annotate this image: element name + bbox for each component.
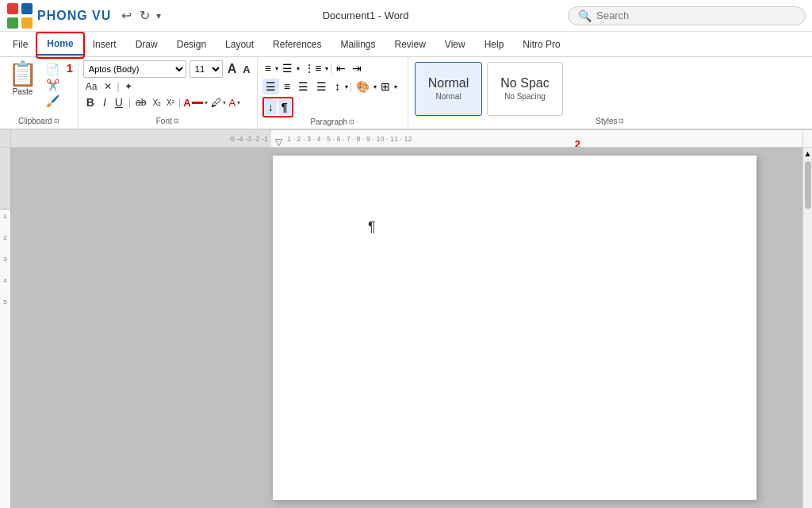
search-icon: 🔍 bbox=[578, 10, 592, 22]
svg-rect-0 bbox=[7, 3, 18, 14]
paste-icon: 📋 bbox=[8, 62, 37, 86]
font-color-dropdown[interactable]: ▾ bbox=[204, 99, 209, 106]
no-space-style-preview: No Spac bbox=[500, 76, 549, 90]
text-shading-dropdown[interactable]: ▾ bbox=[236, 99, 241, 106]
left-gray-area bbox=[11, 156, 273, 500]
highlight-indicator: 🖊 bbox=[211, 97, 221, 109]
annotation-badge-2: 2 bbox=[575, 138, 580, 147]
vertical-scrollbar[interactable]: ▲ bbox=[802, 148, 812, 508]
svg-rect-2 bbox=[7, 17, 18, 29]
paste-label: Paste bbox=[13, 87, 33, 96]
numbering-button[interactable]: ☰ bbox=[280, 60, 295, 76]
paragraph-expand-icon: ⊡ bbox=[349, 118, 354, 125]
increase-indent-button[interactable]: ⇥ bbox=[350, 60, 364, 76]
document-content[interactable]: ¶ bbox=[11, 148, 802, 508]
copy-button[interactable]: 📄 bbox=[44, 62, 62, 76]
multilevel-button[interactable]: ⋮≡ bbox=[301, 60, 324, 76]
ruler-main[interactable]: 1 · 2 · 3 · 4 · 5 · 6 · 7 · 8 · 9 · 10 ·… bbox=[285, 130, 802, 147]
sort-button[interactable]: ↓ bbox=[265, 99, 277, 115]
ruler-left-margin bbox=[0, 130, 11, 147]
paste-button[interactable]: 📋 Paste bbox=[5, 60, 40, 98]
tab-review[interactable]: Review bbox=[385, 34, 435, 55]
logo-icon bbox=[6, 2, 33, 29]
align-right-button[interactable]: ☰ bbox=[295, 79, 312, 94]
doc-title: Document1 - Word bbox=[163, 10, 568, 21]
clipboard-label[interactable]: Clipboard ⊡ bbox=[5, 117, 73, 125]
logo-area: PHONG VU bbox=[6, 2, 111, 29]
svg-rect-1 bbox=[21, 3, 33, 14]
tab-draw[interactable]: Draw bbox=[126, 34, 167, 55]
shading-dropdown[interactable]: ▾ bbox=[373, 83, 377, 90]
normal-style-label: Normal bbox=[435, 92, 461, 101]
tab-nitro[interactable]: Nitro Pro bbox=[513, 34, 569, 55]
no-space-style-label: No Spacing bbox=[504, 92, 546, 101]
line-spacing-button[interactable]: ↕ bbox=[331, 79, 343, 94]
scroll-up-button[interactable]: ▲ bbox=[802, 148, 812, 160]
numbering-dropdown[interactable]: ▾ bbox=[297, 65, 300, 72]
right-gray-area bbox=[756, 156, 802, 500]
tab-file[interactable]: File bbox=[3, 34, 37, 55]
show-marks-button[interactable]: ¶ bbox=[278, 99, 291, 115]
font-label[interactable]: Font ⊡ bbox=[83, 117, 252, 125]
text-cursor: ¶ bbox=[368, 219, 376, 236]
document-page[interactable]: ¶ bbox=[273, 156, 756, 500]
justify-button[interactable]: ☰ bbox=[313, 79, 330, 94]
svg-rect-3 bbox=[21, 17, 33, 29]
undo-button[interactable]: ↩ bbox=[117, 6, 136, 25]
italic-button[interactable]: I bbox=[100, 95, 109, 110]
normal-style-preview: Normal bbox=[428, 76, 469, 90]
tab-design[interactable]: Design bbox=[167, 34, 216, 55]
format-painter-button[interactable]: 🖌️ bbox=[44, 94, 62, 108]
styles-label[interactable]: Styles ⊡ bbox=[415, 117, 806, 125]
case-button[interactable]: Aa bbox=[83, 80, 100, 93]
font-shrink-button[interactable]: A bbox=[241, 64, 251, 75]
tab-home[interactable]: Home bbox=[37, 33, 82, 56]
styles-expand-icon: ⊡ bbox=[619, 117, 624, 125]
bold-button[interactable]: B bbox=[83, 95, 98, 110]
decrease-indent-button[interactable]: ⇤ bbox=[334, 60, 348, 76]
borders-dropdown[interactable]: ▾ bbox=[394, 83, 397, 90]
tab-insert[interactable]: Insert bbox=[83, 34, 126, 55]
styles-group: Normal Normal No Spac No Spacing Styles … bbox=[408, 57, 812, 129]
font-group: Aptos (Body) 11 A A Aa ✕ | ✦ B I U | ab bbox=[79, 57, 258, 129]
shading-button[interactable]: 🎨 bbox=[354, 79, 372, 94]
cut-button[interactable]: ✂️ bbox=[44, 78, 62, 92]
subscript-button[interactable]: X₂ bbox=[151, 98, 163, 108]
font-color-indicator: A bbox=[183, 97, 190, 109]
highlight-dropdown[interactable]: ▾ bbox=[222, 99, 227, 106]
align-left-button[interactable]: ☰ bbox=[262, 79, 279, 94]
tab-help[interactable]: Help bbox=[475, 34, 514, 55]
tab-mailings[interactable]: Mailings bbox=[331, 34, 385, 55]
underline-button[interactable]: U bbox=[112, 95, 126, 110]
char-spacing-button[interactable]: ✦ bbox=[122, 80, 135, 93]
multilevel-dropdown[interactable]: ▾ bbox=[325, 65, 328, 72]
style-item-normal[interactable]: Normal Normal bbox=[415, 62, 483, 116]
redo-button[interactable]: ↻ bbox=[136, 6, 154, 25]
search-input[interactable] bbox=[596, 10, 787, 21]
borders-button[interactable]: ⊞ bbox=[378, 79, 393, 94]
superscript-button[interactable]: X² bbox=[165, 98, 176, 108]
font-size-select[interactable]: 11 bbox=[190, 60, 223, 78]
paragraph-label[interactable]: Paragraph ⊡ bbox=[262, 117, 403, 126]
strikethrough-button[interactable]: ab bbox=[133, 96, 148, 109]
tab-home-wrap: Home bbox=[37, 33, 82, 56]
line-spacing-dropdown[interactable]: ▾ bbox=[345, 83, 348, 90]
search-bar: 🔍 bbox=[568, 6, 806, 25]
font-name-select[interactable]: Aptos (Body) bbox=[83, 60, 186, 78]
font-grow-button[interactable]: A bbox=[226, 62, 239, 76]
clipboard-expand-icon: ⊡ bbox=[54, 117, 59, 125]
clear-format-button[interactable]: ✕ bbox=[102, 80, 114, 93]
ruler-indent-marker: ▽ bbox=[271, 130, 285, 147]
tab-layout[interactable]: Layout bbox=[216, 34, 263, 55]
tab-references[interactable]: References bbox=[263, 34, 331, 55]
align-center-button[interactable]: ≡ bbox=[281, 79, 293, 94]
bullets-dropdown[interactable]: ▾ bbox=[275, 65, 278, 72]
ruler-right-end bbox=[802, 130, 812, 147]
tab-view[interactable]: View bbox=[435, 34, 475, 55]
qat-dropdown[interactable]: ▾ bbox=[154, 9, 163, 23]
logo-text: PHONG VU bbox=[37, 9, 111, 23]
style-item-no-space[interactable]: No Spac No Spacing bbox=[487, 62, 562, 116]
ruler-left-gray: -5 -4 -3 -2 -1 bbox=[11, 130, 271, 147]
scroll-thumb[interactable] bbox=[805, 161, 811, 209]
bullets-button[interactable]: ≡ bbox=[262, 60, 274, 76]
